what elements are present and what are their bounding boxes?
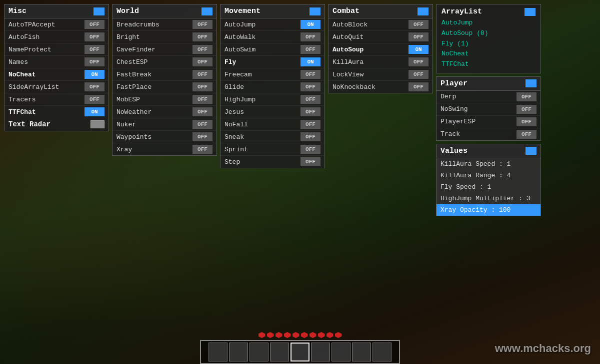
toggle-nofall[interactable]: OFF: [300, 120, 320, 129]
toggle-glide[interactable]: OFF: [300, 82, 320, 91]
toggle-waypoints[interactable]: OFF: [192, 132, 212, 141]
row-label-names: Names: [8, 58, 28, 66]
toggle-sidearraylist[interactable]: OFF: [84, 82, 104, 91]
toggle-mobesp[interactable]: OFF: [192, 95, 212, 104]
panel-row: AutoSwimOFF: [220, 43, 324, 56]
toggle-track[interactable]: OFF: [516, 130, 536, 139]
hotbar-slot-6[interactable]: [311, 343, 330, 362]
text-radar-toggle[interactable]: [90, 120, 104, 128]
hotbar-slot-7[interactable]: [332, 343, 350, 362]
values-panel: Values KillAura Speed : 1KillAura Range …: [436, 144, 541, 216]
movement-panel: Movement AutoJumpONAutoWalkOFFAutoSwimOF…: [220, 4, 325, 168]
player-items-container: DerpOFFNoSwingOFFPlayerESPOFFTrackOFF: [436, 91, 540, 140]
panel-row: BreadcrumbsOFF: [112, 18, 216, 31]
toggle-autoswim[interactable]: OFF: [300, 45, 320, 54]
player-title: Player: [440, 79, 468, 88]
row-label-cavefinder: CaveFinder: [116, 46, 156, 53]
values-item[interactable]: KillAura Range : 4: [436, 170, 540, 181]
hotbar-slot-4[interactable]: [270, 343, 289, 362]
panel-row: AutoFishOFF: [4, 31, 108, 43]
combat-toggle[interactable]: [418, 7, 428, 15]
toggle-autotpaccept[interactable]: OFF: [84, 20, 104, 29]
world-panel: World BreadcrumbsOFFBrightOFFCaveFinderO…: [112, 4, 217, 156]
values-item[interactable]: Xray Opacity : 100: [436, 204, 540, 216]
row-label-noknockback: NoKnockback: [332, 83, 376, 91]
toggle-jesus[interactable]: OFF: [300, 107, 320, 116]
toggle-fly[interactable]: ON: [300, 57, 320, 66]
arraylist-toggle[interactable]: [524, 8, 536, 16]
hotbar-slot-1[interactable]: [208, 343, 228, 362]
combat-items-container: AutoBlockOFFAutoQuitOFFAutoSoupONKillAur…: [328, 18, 432, 93]
toggle-fastbreak[interactable]: OFF: [192, 70, 212, 79]
values-item[interactable]: HighJump Multiplier : 3: [436, 193, 540, 204]
toggle-highjump[interactable]: OFF: [300, 95, 320, 104]
toggle-tracers[interactable]: OFF: [84, 95, 104, 104]
movement-title: Movement: [224, 7, 260, 15]
values-toggle[interactable]: [526, 147, 536, 155]
misc-items-container: AutoTPAcceptOFFAutoFishOFFNameProtectOFF…: [4, 18, 108, 118]
hotbar-slot-3[interactable]: [250, 343, 268, 362]
toggle-bright[interactable]: OFF: [192, 32, 212, 41]
row-label-glide: Glide: [224, 83, 244, 91]
world-toggle[interactable]: [202, 7, 212, 15]
row-label-noswing: NoSwing: [440, 105, 468, 113]
toggle-sneak[interactable]: OFF: [300, 132, 320, 141]
hotbar-slot-2[interactable]: [229, 343, 248, 362]
movement-toggle[interactable]: [310, 7, 320, 15]
toggle-autoblock[interactable]: OFF: [408, 20, 428, 29]
toggle-autowalk[interactable]: OFF: [300, 32, 320, 41]
values-item[interactable]: KillAura Speed : 1: [436, 158, 540, 170]
row-label-autowalk: AutoWalk: [224, 33, 256, 41]
player-toggle[interactable]: [526, 79, 536, 87]
arraylist-panel: ArrayList AutoJumpAutoSoup (0)Fly (1)NoC…: [436, 4, 541, 73]
toggle-step[interactable]: OFF: [300, 157, 320, 166]
toggle-noweather[interactable]: OFF: [192, 107, 212, 116]
panel-row: NoFallOFF: [220, 118, 324, 131]
toggle-cavefinder[interactable]: OFF: [192, 45, 212, 54]
toggle-nuker[interactable]: OFF: [192, 120, 212, 129]
toggle-ttfchat[interactable]: ON: [84, 107, 104, 116]
toggle-nocheat[interactable]: ON: [84, 70, 104, 79]
toggle-lockview[interactable]: OFF: [408, 70, 428, 79]
row-label-tracers: Tracers: [8, 96, 36, 103]
hotbar-slot-9[interactable]: [372, 343, 392, 362]
row-label-fastplace: FastPlace: [116, 83, 152, 91]
panel-row: CaveFinderOFF: [112, 43, 216, 56]
row-label-nameprotect: NameProtect: [8, 46, 52, 53]
toggle-derp[interactable]: OFF: [516, 92, 536, 101]
toggle-breadcrumbs[interactable]: OFF: [192, 20, 212, 29]
toggle-killaura[interactable]: OFF: [408, 57, 428, 66]
toggle-autojump[interactable]: ON: [300, 20, 320, 29]
misc-toggle[interactable]: [94, 7, 104, 15]
toggle-playeresp[interactable]: OFF: [516, 117, 536, 126]
panel-row: TTFChatON: [4, 106, 108, 118]
panel-row: NoCheatON: [4, 68, 108, 81]
hotbar-area: [200, 332, 400, 364]
row-label-sidearraylist: SideArrayList: [8, 83, 59, 91]
toggle-nameprotect[interactable]: OFF: [84, 45, 104, 54]
toggle-chestesp[interactable]: OFF: [192, 57, 212, 66]
toggle-fastplace[interactable]: OFF: [192, 82, 212, 91]
toggle-autosoup[interactable]: ON: [408, 45, 428, 54]
toggle-sprint[interactable]: OFF: [300, 145, 320, 154]
row-label-freecam: Freecam: [224, 71, 252, 78]
row-label-autoquit: AutoQuit: [332, 33, 364, 41]
row-label-autotpaccept: AutoTPAccept: [8, 21, 56, 28]
row-label-step: Step: [224, 158, 240, 166]
hotbar-slot-8[interactable]: [352, 343, 371, 362]
row-label-sneak: Sneak: [224, 133, 244, 141]
heart-3: [276, 332, 282, 338]
toggle-autofish[interactable]: OFF: [84, 32, 104, 41]
toggle-names[interactable]: OFF: [84, 57, 104, 66]
toggle-freecam[interactable]: OFF: [300, 70, 320, 79]
arraylist-item-fly: Fly (1): [442, 39, 536, 49]
row-label-autofish: AutoFish: [8, 33, 40, 41]
panel-row: SideArrayListOFF: [4, 81, 108, 93]
row-label-noweather: NoWeather: [116, 108, 152, 116]
toggle-noswing[interactable]: OFF: [516, 105, 536, 114]
hotbar-slot-5[interactable]: [290, 343, 310, 362]
toggle-autoquit[interactable]: OFF: [408, 32, 428, 41]
toggle-noknockback[interactable]: OFF: [408, 82, 428, 91]
toggle-xray[interactable]: OFF: [192, 145, 212, 154]
values-item[interactable]: Fly Speed : 1: [436, 181, 540, 193]
